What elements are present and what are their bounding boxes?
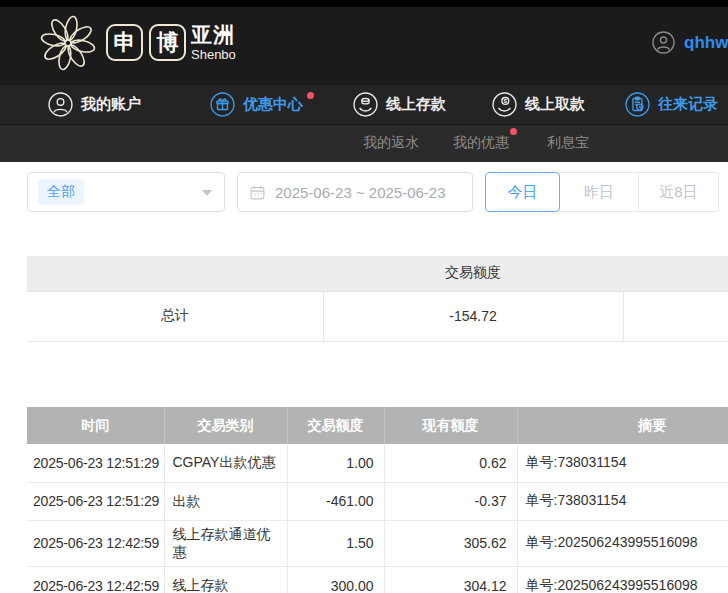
cell-type: 线上存款通道优惠 (164, 520, 287, 567)
table-row: 2025-06-23 12:51:29 出款 -461.00 -0.37 单号:… (27, 482, 728, 520)
col-header-type: 交易类别 (164, 407, 287, 444)
flower-logo-icon (36, 11, 100, 75)
notification-dot (307, 92, 314, 99)
summary-header-empty (623, 256, 728, 291)
summary-empty-cell (623, 291, 728, 341)
cell-balance: 0.62 (384, 444, 517, 482)
cell-balance: -0.37 (384, 482, 517, 520)
type-select[interactable]: 全部 (27, 172, 225, 212)
subnav-item-my-promotions[interactable]: 我的优惠 (453, 134, 509, 152)
nav-item-promotions[interactable]: 优惠中心 (210, 85, 303, 124)
cell-time: 2025-06-23 12:42:59 (27, 567, 164, 593)
today-button[interactable]: 今日 (485, 172, 560, 212)
summary-header-amount: 交易额度 (323, 256, 623, 291)
page: 申 博 亚洲 Shenbo qhhw (0, 0, 728, 593)
main-nav: 我的账户 优惠中心 (0, 85, 728, 124)
cell-time: 2025-06-23 12:51:29 (27, 444, 164, 482)
col-header-summary: 摘要 (517, 407, 728, 444)
logo-text: 亚洲 Shenbo (191, 24, 236, 61)
summary-total-row: 总计 -154.72 (27, 291, 728, 341)
nav-item-my-account[interactable]: 我的账户 (48, 85, 141, 124)
logo-char-bo: 博 (149, 24, 186, 61)
site-header: 申 博 亚洲 Shenbo qhhw (0, 0, 728, 85)
cell-type: 线上存款 (164, 567, 287, 593)
cell-time: 2025-06-23 12:51:29 (27, 482, 164, 520)
user-avatar-icon (652, 31, 675, 54)
col-header-amount: 交易额度 (287, 407, 384, 444)
subnav-label: 利息宝 (547, 134, 589, 150)
logo-subtitle: Shenbo (191, 48, 236, 61)
notification-dot (510, 128, 517, 135)
records-icon (625, 92, 658, 117)
nav-item-transaction-records[interactable]: 往来记录 (625, 85, 718, 124)
logo: 申 博 亚洲 Shenbo (36, 11, 236, 75)
logo-char-shen: 申 (106, 24, 143, 61)
svg-text:$: $ (504, 97, 508, 104)
col-header-balance: 现有额度 (384, 407, 517, 444)
cell-balance: 305.62 (384, 520, 517, 567)
sub-nav: 我的返水 我的优惠 利息宝 (0, 124, 728, 162)
nav-label: 优惠中心 (243, 95, 303, 114)
summary-table: 交易额度 总计 -154.72 (27, 256, 728, 342)
chevron-down-icon (202, 190, 212, 196)
nav-item-online-withdrawal[interactable]: $ 线上取款 (492, 85, 585, 124)
summary-total-amount: -154.72 (323, 291, 623, 341)
filter-row: 全部 2025-06-23 ~ 2025-06-23 今日 昨日 近8日 (27, 172, 719, 212)
cell-amount: 1.00 (287, 444, 384, 482)
date-range-input[interactable]: 2025-06-23 ~ 2025-06-23 (237, 172, 473, 212)
transactions-header-row: 时间 交易类别 交易额度 现有额度 摘要 (27, 407, 728, 444)
cell-type: 出款 (164, 482, 287, 520)
cell-summary: 单号:202506243995516098 (517, 567, 728, 593)
calendar-icon (238, 184, 266, 201)
cell-summary: 单号:738031154 (517, 444, 728, 482)
summary-total-label: 总计 (27, 291, 323, 341)
transactions-table: 时间 交易类别 交易额度 现有额度 摘要 2025-06-23 12:51:29… (27, 407, 728, 593)
nav-item-online-deposit[interactable]: 线上存款 (353, 85, 446, 124)
col-header-time: 时间 (27, 407, 164, 444)
withdraw-icon: $ (492, 92, 525, 117)
selected-type-tag[interactable]: 全部 (38, 179, 84, 205)
gift-icon (210, 92, 243, 117)
subnav-label: 我的优惠 (453, 134, 509, 150)
summary-header-empty (27, 256, 323, 291)
subnav-label: 我的返水 (363, 134, 419, 150)
subnav-item-my-rebate[interactable]: 我的返水 (363, 134, 419, 152)
cell-summary: 单号:202506243995516098 (517, 520, 728, 567)
table-row: 2025-06-23 12:51:29 CGPAY出款优惠 1.00 0.62 … (27, 444, 728, 482)
username: qhhw (684, 33, 728, 53)
nav-label: 往来记录 (658, 95, 718, 114)
table-row: 2025-06-23 12:42:59 线上存款 300.00 304.12 单… (27, 567, 728, 593)
subnav-item-interest-treasure[interactable]: 利息宝 (547, 134, 589, 152)
nav-label: 线上取款 (525, 95, 585, 114)
cell-type: CGPAY出款优惠 (164, 444, 287, 482)
quick-date-buttons: 今日 昨日 近8日 (485, 172, 719, 212)
cell-amount: 1.50 (287, 520, 384, 567)
nav-label: 我的账户 (81, 95, 141, 114)
cell-amount: 300.00 (287, 567, 384, 593)
cell-amount: -461.00 (287, 482, 384, 520)
last-8-days-button[interactable]: 近8日 (639, 172, 719, 212)
yesterday-button[interactable]: 昨日 (560, 172, 639, 212)
cell-time: 2025-06-23 12:42:59 (27, 520, 164, 567)
table-row: 2025-06-23 12:42:59 线上存款通道优惠 1.50 305.62… (27, 520, 728, 567)
logo-region: 亚洲 (191, 24, 236, 45)
nav-label: 线上存款 (386, 95, 446, 114)
cell-summary: 单号:738031154 (517, 482, 728, 520)
date-range-value: 2025-06-23 ~ 2025-06-23 (275, 184, 446, 201)
summary-header-row: 交易额度 (27, 256, 728, 291)
cell-balance: 304.12 (384, 567, 517, 593)
deposit-icon (353, 92, 386, 117)
user-account[interactable]: qhhw (652, 0, 728, 85)
user-icon (48, 92, 81, 117)
